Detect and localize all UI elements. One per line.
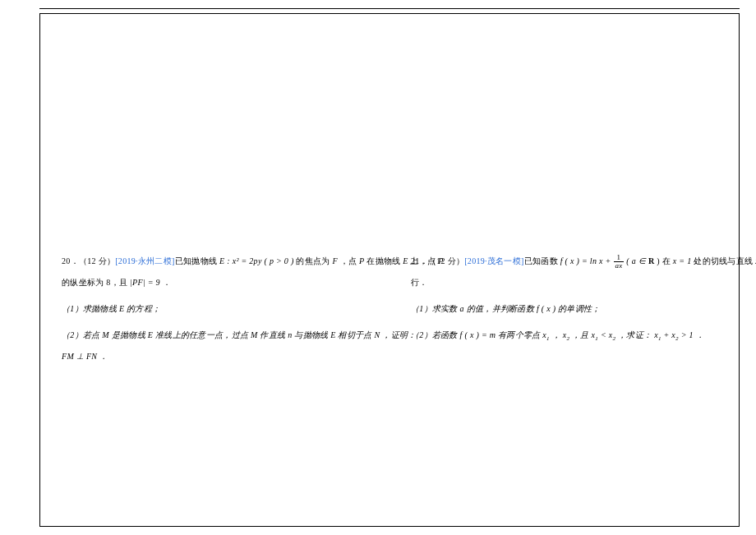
problem-21-stem-line1: 21．（12 分）[2019·茂名一模]已知函数 f ( x ) = ln x … xyxy=(411,251,717,272)
q2-text: > 1 ． xyxy=(679,330,704,339)
source-link: [2019·茂名一模] xyxy=(464,256,523,265)
left-column: 20．（12 分）[2019·永州二模]已知抛物线 E : x² = 2py (… xyxy=(40,14,390,526)
q2-math: FM ⊥ FN ． xyxy=(62,352,108,361)
problem-21-q2: （2）若函数 f ( x ) = m 有两个零点 x1 ， x2 ，且 x1 <… xyxy=(411,325,717,346)
q2-text: + x xyxy=(662,330,675,339)
page-top-rule xyxy=(39,8,740,9)
points-label: （12 分） xyxy=(428,256,464,265)
q2-text: < x xyxy=(598,330,612,339)
problem-21: 21．（12 分）[2019·茂名一模]已知函数 f ( x ) = ln x … xyxy=(411,251,717,346)
problem-20: 20．（12 分）[2019·永州二模]已知抛物线 E : x² = 2py (… xyxy=(62,251,368,367)
stem-text: 的纵坐标为 8，且 xyxy=(62,278,130,287)
problem-number: 21． xyxy=(411,256,428,265)
stem-text: ． xyxy=(160,278,171,287)
stem-text: 行． xyxy=(411,278,428,287)
problem-20-q2-line2: FM ⊥ FN ． xyxy=(62,346,368,367)
q2-text: （2）若点 M 是抛物线 E 准线上的任意一点，过点 M 作直线 n 与抛物线 … xyxy=(62,330,416,339)
q2-text: ，且 x xyxy=(569,330,595,339)
q1-text: （1）求实数 a 的值，并判断函数 f ( x ) 的单调性； xyxy=(411,304,601,313)
frac-den: ax xyxy=(614,262,623,270)
points-label: （12 分） xyxy=(79,256,115,265)
source-link: [2019·永州二模] xyxy=(115,256,174,265)
problem-20-q2-line1: （2）若点 M 是抛物线 E 准线上的任意一点，过点 M 作直线 n 与抛物线 … xyxy=(62,325,368,346)
stem-text: 在 xyxy=(660,256,673,265)
q2-text: （2）若函数 f ( x ) = m 有两个零点 x xyxy=(411,330,546,339)
paren-open: ( a ∈ xyxy=(625,256,648,265)
math-expr: E : x² = 2py ( p > 0 ) xyxy=(219,256,294,265)
q2-text: ，求证： x xyxy=(615,330,658,339)
problem-21-q1: （1）求实数 a 的值，并判断函数 f ( x ) 的单调性； xyxy=(411,298,717,320)
problem-20-q1: （1）求抛物线 E 的方程； xyxy=(62,298,368,320)
page-frame: 20．（12 分）[2019·永州二模]已知抛物线 E : x² = 2py (… xyxy=(39,13,740,527)
right-column: 21．（12 分）[2019·茂名一模]已知函数 f ( x ) = ln x … xyxy=(390,14,739,526)
problem-number: 20． xyxy=(62,256,79,265)
stem-text: 的焦点为 xyxy=(294,256,333,265)
fraction: 1ax xyxy=(614,254,623,270)
stem-text: 处的切线与直线 xyxy=(692,256,756,265)
math-x1: x = 1 xyxy=(673,256,692,265)
stem-text: 已知抛物线 xyxy=(175,256,219,265)
problem-20-stem-line2: 的纵坐标为 8，且 |PF| = 9 ． xyxy=(62,272,368,293)
math-expr: |PF| = 9 xyxy=(130,278,160,287)
q1-text: （1）求抛物线 E 的方程； xyxy=(62,304,160,313)
q2-text: ， x xyxy=(550,330,567,339)
problem-20-stem-line1: 20．（12 分）[2019·永州二模]已知抛物线 E : x² = 2py (… xyxy=(62,251,368,272)
stem-text: 已知函数 xyxy=(524,256,560,265)
math-fx: f ( x ) = ln x + xyxy=(560,256,614,265)
stem-text: ，点 xyxy=(338,256,359,265)
problem-21-stem-line2: 行． xyxy=(411,272,717,293)
